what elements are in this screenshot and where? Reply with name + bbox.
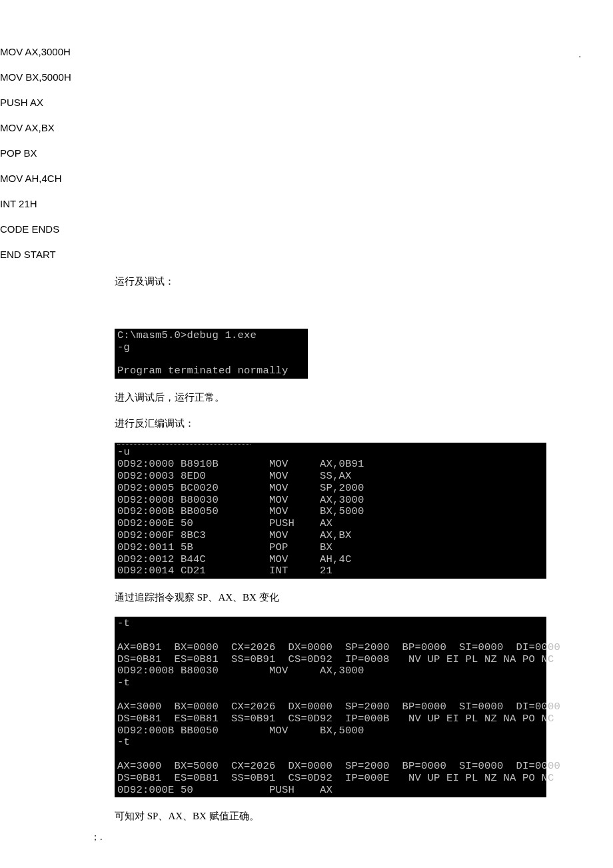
asm-source-line: MOV AH,4CH <box>0 173 613 183</box>
terminal-disasm: -u 0D92:0000 B8910B MOV AX,0B91 0D92:000… <box>115 443 546 579</box>
terminal-run: C:\masm5.0>debug 1.exe -g Program termin… <box>115 329 308 379</box>
paragraph-trace: 通过追踪指令观察 SP、AX、BX 变化 <box>115 591 613 605</box>
terminal-line: Program terminated normally <box>117 365 289 377</box>
asm-source-line: CODE ENDS <box>0 224 613 234</box>
terminal-trace: -t AX=0B91 BX=0000 CX=2026 DX=0000 SP=20… <box>115 617 546 797</box>
asm-source-line: MOV AX,BX <box>0 123 613 133</box>
paragraph-enter-ok: 进入调试后，运行正常。 <box>115 391 613 405</box>
asm-source-line: PUSH AX <box>0 97 613 107</box>
terminal-line: C:\masm5.0>debug 1.exe <box>117 329 257 341</box>
asm-source-line: MOV AX,3000H <box>0 47 613 57</box>
paragraph-run-debug: 运行及调试： <box>115 275 613 289</box>
asm-source-line: END START <box>0 249 613 259</box>
paragraph-result: 可知对 SP、AX、BX 赋值正确。 <box>115 809 613 823</box>
page-dot-bottom: ；. <box>91 831 103 843</box>
asm-source-line: POP BX <box>0 148 613 158</box>
page-dot-top: . <box>579 49 582 60</box>
terminal-line: -g <box>117 341 130 353</box>
paragraph-disasm: 进行反汇编调试： <box>115 417 613 431</box>
asm-source-line: INT 21H <box>0 199 613 209</box>
asm-source-line: MOV BX,5000H <box>0 72 613 82</box>
